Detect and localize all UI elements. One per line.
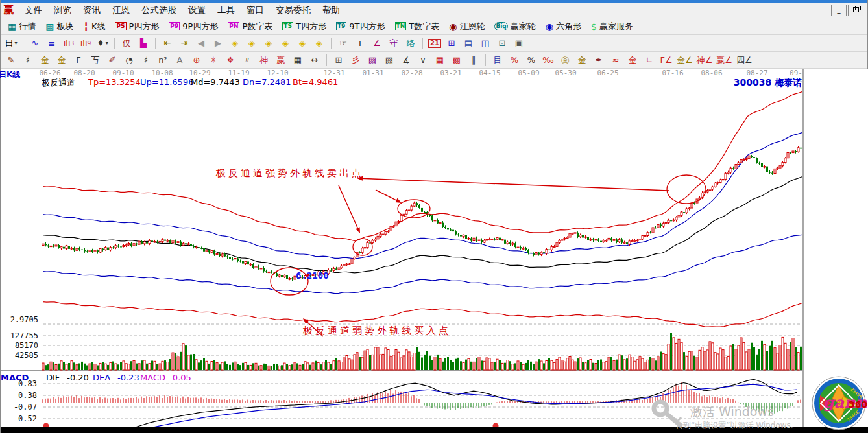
windows-watermark-line1: 激活 Windows bbox=[690, 404, 774, 421]
indicator-value-2: Md=9.7443 bbox=[191, 77, 240, 87]
volume-axis-label: 127755 bbox=[1, 331, 38, 340]
macd-label: MACD bbox=[1, 373, 29, 382]
date-tick: 10-29 bbox=[189, 69, 210, 77]
windows-watermark-line2: 转到“电脑设置”以激活 Windows。 bbox=[675, 420, 799, 431]
buy-annotation: 极反通道弱势外轨线买入点 bbox=[303, 325, 451, 337]
gann360-logo: gann3602345623456 bbox=[810, 375, 868, 432]
date-tick: 03-21 bbox=[440, 69, 461, 77]
indicator-name: 极反通道 bbox=[42, 77, 75, 89]
macd-dea-value: DEA=-0.23 bbox=[93, 373, 139, 382]
macd-axis-label: 0.38 bbox=[1, 391, 37, 400]
app-window: 赢 文件浏览资讯江恩公式选股设置工具窗口交易委托帮助 _ ▦行情▩板块╏K线PS… bbox=[0, 0, 868, 433]
indicator-value-1: Up=11.6596 bbox=[140, 77, 193, 87]
date-tick: 05-30 bbox=[555, 69, 576, 77]
date-tick: 04-15 bbox=[479, 69, 500, 77]
date-tick: 06-25 bbox=[597, 69, 618, 77]
indicator-header: 极反通道 Tp=13.3254Up=11.6596Md=9.7443Dn=7.2… bbox=[1, 77, 803, 88]
indicator-value-3: Dn=7.2481 bbox=[243, 77, 291, 87]
price-tag: 6.2100 bbox=[296, 270, 329, 281]
sell-annotation: 极反通道强势外轨线卖出点 bbox=[216, 167, 364, 180]
logo-text-360: 360 bbox=[849, 399, 867, 410]
date-tick: 12-10 bbox=[267, 69, 288, 77]
date-tick: 10-08 bbox=[151, 69, 173, 77]
stock-label: 300038 梅泰诺 bbox=[734, 77, 802, 89]
date-tick: 09-10 bbox=[112, 69, 134, 77]
price-axis-label: 2.9705 bbox=[1, 315, 38, 324]
date-tick: 05-09 bbox=[518, 69, 539, 77]
date-tick: 07-16 bbox=[662, 69, 683, 77]
date-tick: 08-20 bbox=[73, 69, 95, 77]
macd-axis-label: -0.52 bbox=[1, 414, 37, 423]
date-tick: 01-31 bbox=[362, 69, 383, 77]
volume-axis-label: 42585 bbox=[1, 351, 38, 360]
date-tick: 08-06 bbox=[701, 69, 722, 77]
date-tick: 12-31 bbox=[323, 69, 344, 77]
macd-macd-value: MACD=0.05 bbox=[140, 373, 191, 382]
stock-code: 300038 bbox=[734, 77, 771, 88]
date-tick: 08-27 bbox=[746, 69, 767, 77]
macd-axis-label: -0.07 bbox=[1, 403, 37, 412]
macd-header: MACD DIF=-0.20 DEA=-0.23 MACD=0.05 bbox=[1, 373, 390, 382]
date-tick: 11-19 bbox=[228, 69, 249, 77]
volume-axis-label: 85170 bbox=[1, 341, 38, 350]
macd-dif-value: DIF=-0.20 bbox=[46, 373, 89, 382]
indicator-value-0: Tp=13.3254 bbox=[88, 77, 141, 87]
chart-graphics bbox=[1, 0, 868, 433]
stock-name: 梅泰诺 bbox=[775, 77, 802, 88]
date-tick: 09-17 bbox=[790, 69, 802, 77]
date-tick: 02-28 bbox=[401, 69, 422, 77]
indicator-value-4: Bt=4.9461 bbox=[293, 77, 338, 87]
date-tick: 06-26 bbox=[39, 69, 60, 77]
date-axis: 06-2608-2009-1010-0810-2911-1912-1012-31… bbox=[1, 69, 804, 77]
